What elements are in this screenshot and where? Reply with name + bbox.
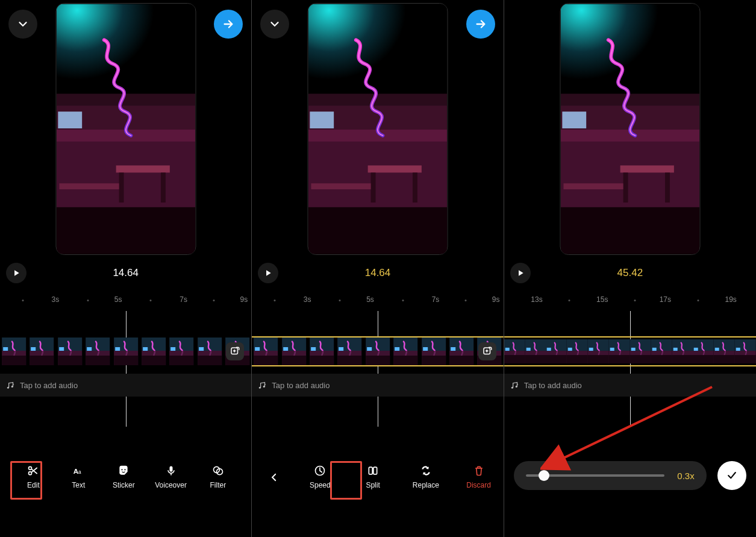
- next-button[interactable]: [214, 10, 243, 39]
- play-icon: [12, 269, 20, 277]
- play-button[interactable]: [510, 263, 531, 283]
- speed-tool[interactable]: Speed: [306, 465, 334, 489]
- replace-tool[interactable]: Replace: [412, 465, 440, 489]
- add-clip-icon: [230, 346, 240, 357]
- clip-strip[interactable]: [252, 338, 503, 365]
- trash-icon: [473, 465, 485, 477]
- svg-point-24: [122, 469, 123, 470]
- timecode: 14.64: [0, 267, 251, 279]
- voiceover-tool[interactable]: Voiceover: [155, 465, 187, 489]
- svg-point-18: [7, 386, 9, 388]
- arrow-right-icon: [222, 17, 235, 31]
- svg-rect-33: [369, 467, 372, 474]
- speed-slider[interactable]: [526, 474, 664, 477]
- svg-point-30: [259, 386, 261, 388]
- video-preview[interactable]: [55, 3, 196, 255]
- arrow-right-icon: [474, 17, 487, 31]
- filter-icon: [212, 465, 224, 477]
- check-icon: [726, 469, 738, 482]
- speed-value: 0.3x: [673, 471, 695, 481]
- music-note-icon: [5, 381, 14, 390]
- play-icon: [516, 269, 525, 277]
- scissors-icon: [27, 465, 39, 477]
- timeline-ruler: 13s 15s 17s 19s: [504, 295, 756, 306]
- add-audio-label: Tap to add audio: [20, 381, 78, 390]
- add-audio-row[interactable]: Tap to add audio: [504, 374, 756, 397]
- filter-tool[interactable]: Filter: [204, 465, 232, 489]
- svg-rect-34: [373, 467, 377, 474]
- svg-text:a: a: [78, 469, 81, 475]
- screen-edit: 14.64 3s 5s 7s 9s Tap to add audio: [0, 0, 252, 537]
- screen-speed-menu: 14.64 3s 5s 7s 9s Tap to add audio: [252, 0, 504, 537]
- add-clip-icon: [482, 346, 493, 357]
- edit-tool[interactable]: Edit: [19, 465, 47, 489]
- mic-icon: [165, 465, 177, 477]
- svg-line-37: [558, 387, 712, 460]
- discard-tool[interactable]: Discard: [465, 465, 493, 489]
- timeline-ruler: 3s 5s 7s 9s: [252, 295, 503, 306]
- timecode: 45.42: [504, 267, 756, 279]
- sticker-icon: [117, 465, 130, 477]
- toolbar: Speed Split Replace Discard: [252, 459, 503, 495]
- svg-point-25: [125, 469, 126, 470]
- clip-strip[interactable]: [504, 338, 756, 365]
- play-button[interactable]: [258, 263, 278, 283]
- video-preview[interactable]: [307, 3, 448, 255]
- text-icon: Aa: [72, 465, 84, 477]
- playhead[interactable]: [126, 311, 127, 427]
- play-button[interactable]: [6, 263, 27, 283]
- timecode: 14.64: [252, 267, 503, 279]
- chevron-down-icon: [16, 17, 30, 31]
- svg-point-35: [511, 386, 513, 388]
- replace-icon: [420, 465, 432, 477]
- video-preview[interactable]: [560, 3, 700, 255]
- add-audio-label: Tap to add audio: [524, 381, 582, 390]
- add-clip-button[interactable]: [478, 342, 496, 360]
- toolbar: Edit Aa Text Sticker Voiceover Filter: [0, 459, 251, 495]
- add-audio-label: Tap to add audio: [272, 381, 330, 390]
- music-note-icon: [257, 381, 266, 390]
- text-tool[interactable]: Aa Text: [64, 465, 92, 489]
- add-audio-row[interactable]: Tap to add audio: [252, 374, 503, 397]
- clip-strip[interactable]: [0, 338, 251, 365]
- playhead[interactable]: [630, 311, 631, 427]
- split-icon: [367, 465, 379, 477]
- svg-rect-26: [169, 466, 172, 471]
- music-note-icon: [510, 381, 519, 390]
- svg-point-31: [263, 385, 265, 387]
- speed-icon: [314, 465, 326, 477]
- chevron-down-icon: [268, 17, 281, 31]
- collapse-button[interactable]: [260, 10, 289, 39]
- collapse-button[interactable]: [8, 10, 37, 39]
- next-button[interactable]: [466, 10, 495, 39]
- add-audio-row[interactable]: Tap to add audio: [0, 374, 251, 397]
- play-icon: [264, 269, 272, 277]
- add-clip-button[interactable]: [226, 342, 244, 360]
- playhead[interactable]: [378, 311, 378, 427]
- sticker-tool[interactable]: Sticker: [110, 465, 137, 489]
- split-tool[interactable]: Split: [359, 465, 387, 489]
- svg-point-36: [515, 385, 517, 387]
- speed-slider-panel: 0.3x: [514, 461, 707, 490]
- confirm-button[interactable]: [717, 461, 746, 490]
- svg-point-19: [11, 385, 13, 387]
- timeline-ruler: 3s 5s 7s 9s: [0, 295, 251, 306]
- speed-slider-knob[interactable]: [539, 470, 549, 481]
- screen-speed-slider: 45.42 13s 15s 17s 19s Tap to add audio: [504, 0, 756, 537]
